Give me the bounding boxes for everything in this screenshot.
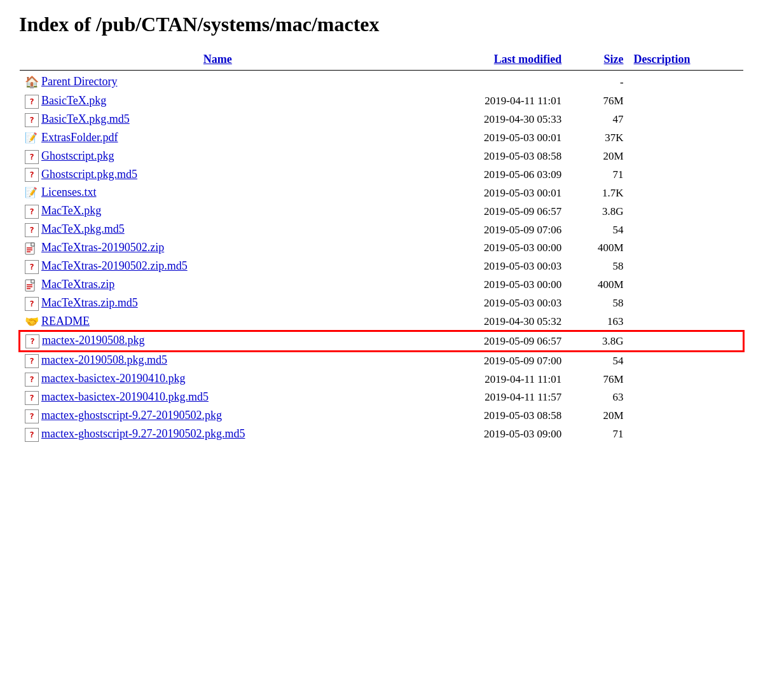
zip-file-icon xyxy=(25,242,39,256)
file-link[interactable]: MacTeX.pkg.md5 xyxy=(41,223,125,235)
text-file-icon: 📝 xyxy=(25,132,39,146)
svg-rect-8 xyxy=(31,280,34,283)
file-link[interactable]: Licenses.txt xyxy=(41,186,96,198)
page-title: Index of /pub/CTAN/systems/mac/mactex xyxy=(19,13,744,36)
unknown-file-icon: ? xyxy=(25,409,39,423)
zip-file-icon xyxy=(25,278,39,292)
file-desc-cell xyxy=(629,351,743,370)
file-size-cell: 54 xyxy=(567,351,628,370)
file-link[interactable]: mactex-20190508.pkg.md5 xyxy=(41,353,167,366)
file-link[interactable]: Parent Directory xyxy=(41,75,117,88)
file-link[interactable]: MacTeXtras.zip xyxy=(41,278,114,291)
file-size-cell: 58 xyxy=(567,294,628,313)
file-size-cell: 163 xyxy=(567,313,628,332)
file-link[interactable]: Ghostscript.pkg xyxy=(41,149,114,162)
file-desc-cell xyxy=(629,111,743,129)
file-size-cell: 20M xyxy=(567,407,628,425)
file-link[interactable]: README xyxy=(41,315,90,327)
table-row: ?MacTeX.pkg2019-05-09 06:573.8G xyxy=(20,202,743,221)
file-link[interactable]: ExtrasFolder.pdf xyxy=(41,131,118,144)
col-size-link[interactable]: Size xyxy=(604,53,624,65)
file-name-cell: ?MacTeX.pkg xyxy=(20,202,416,221)
file-modified-cell: 2019-05-03 00:00 xyxy=(416,276,567,294)
file-size-cell: 1.7K xyxy=(567,184,628,202)
file-name-cell: ?mactex-ghostscript-9.27-20190502.pkg xyxy=(20,407,416,425)
table-row: ?MacTeXtras-20190502.zip.md52019-05-03 0… xyxy=(20,257,743,276)
table-row: ?mactex-ghostscript-9.27-20190502.pkg.md… xyxy=(20,425,743,444)
file-name-cell: ?mactex-20190508.pkg xyxy=(20,331,416,351)
table-row: ?mactex-basictex-20190410.pkg2019-04-11 … xyxy=(20,370,743,388)
file-desc-cell xyxy=(629,425,743,444)
file-modified-cell: 2019-04-11 11:01 xyxy=(416,370,567,388)
folder-up-icon: 🏠 xyxy=(25,75,40,90)
file-link[interactable]: mactex-20190508.pkg xyxy=(42,334,144,347)
col-name-link[interactable]: Name xyxy=(203,53,232,65)
file-size-cell: 71 xyxy=(567,166,628,184)
file-name-cell: ?Ghostscript.pkg.md5 xyxy=(20,166,416,184)
file-link[interactable]: BasicTeX.pkg.md5 xyxy=(41,113,130,125)
file-link[interactable]: mactex-ghostscript-9.27-20190502.pkg xyxy=(41,409,222,422)
file-modified-cell: 2019-04-30 05:32 xyxy=(416,313,567,332)
col-desc-link[interactable]: Description xyxy=(634,53,691,65)
table-row: ?mactex-ghostscript-9.27-20190502.pkg201… xyxy=(20,407,743,425)
file-name-cell: ?MacTeXtras-20190502.zip.md5 xyxy=(20,257,416,276)
file-size-cell: 54 xyxy=(567,221,628,239)
file-desc-cell xyxy=(629,202,743,221)
table-row: ?MacTeXtras.zip.md52019-05-03 00:0358 xyxy=(20,294,743,313)
file-name-cell: ?MacTeX.pkg.md5 xyxy=(20,221,416,239)
file-name-cell: ?mactex-ghostscript-9.27-20190502.pkg.md… xyxy=(20,425,416,444)
file-listing-table: Name Last modified Size Description 🏠Par… xyxy=(19,49,744,444)
file-desc-cell xyxy=(629,92,743,111)
file-name-cell: ?BasicTeX.pkg.md5 xyxy=(20,111,416,129)
file-modified-cell: 2019-05-03 00:03 xyxy=(416,257,567,276)
file-size-cell: 76M xyxy=(567,370,628,388)
file-desc-cell xyxy=(629,370,743,388)
file-desc-cell xyxy=(629,166,743,184)
col-modified-link[interactable]: Last modified xyxy=(494,53,562,65)
file-size-cell: 3.8G xyxy=(567,202,628,221)
col-header-modified[interactable]: Last modified xyxy=(416,49,567,71)
unknown-file-icon: ? xyxy=(25,223,39,237)
file-link[interactable]: Ghostscript.pkg.md5 xyxy=(41,168,137,181)
file-name-cell: ?mactex-basictex-20190410.pkg.md5 xyxy=(20,388,416,407)
unknown-file-icon: ? xyxy=(25,113,39,127)
table-row: 🏠Parent Directory- xyxy=(20,73,743,92)
file-name-cell: ?Ghostscript.pkg xyxy=(20,148,416,166)
table-row: MacTeXtras.zip2019-05-03 00:00400M xyxy=(20,276,743,294)
file-link[interactable]: BasicTeX.pkg xyxy=(41,94,106,107)
unknown-file-icon: ? xyxy=(25,168,39,182)
file-modified-cell: 2019-05-03 00:03 xyxy=(416,294,567,313)
unknown-file-icon: ? xyxy=(25,95,39,109)
table-row: ?Ghostscript.pkg.md52019-05-06 03:0971 xyxy=(20,166,743,184)
file-link[interactable]: mactex-ghostscript-9.27-20190502.pkg.md5 xyxy=(41,427,245,440)
file-size-cell: 71 xyxy=(567,425,628,444)
col-header-description[interactable]: Description xyxy=(629,49,743,71)
file-link[interactable]: MacTeX.pkg xyxy=(41,204,101,217)
file-modified-cell: 2019-05-09 06:57 xyxy=(416,331,567,351)
table-row: 🤝README2019-04-30 05:32163 xyxy=(20,313,743,332)
file-link[interactable]: mactex-basictex-20190410.pkg xyxy=(41,372,185,385)
file-name-cell: MacTeXtras.zip xyxy=(20,276,416,294)
file-desc-cell xyxy=(629,129,743,148)
col-header-size[interactable]: Size xyxy=(567,49,628,71)
unknown-file-icon: ? xyxy=(25,428,39,442)
col-header-name[interactable]: Name xyxy=(20,49,416,71)
table-row: ?Ghostscript.pkg2019-05-03 08:5820M xyxy=(20,148,743,166)
file-desc-cell xyxy=(629,276,743,294)
file-link[interactable]: mactex-basictex-20190410.pkg.md5 xyxy=(41,390,209,403)
file-size-cell: 20M xyxy=(567,148,628,166)
file-modified-cell: 2019-04-30 05:33 xyxy=(416,111,567,129)
file-link[interactable]: MacTeXtras.zip.md5 xyxy=(41,296,138,309)
file-desc-cell xyxy=(629,73,743,92)
file-size-cell: 63 xyxy=(567,388,628,407)
file-name-cell: ?MacTeXtras.zip.md5 xyxy=(20,294,416,313)
text-file-icon: 📝 xyxy=(25,186,39,200)
file-name-cell: ?mactex-20190508.pkg.md5 xyxy=(20,351,416,370)
file-desc-cell xyxy=(629,239,743,257)
file-link[interactable]: MacTeXtras-20190502.zip.md5 xyxy=(41,259,188,272)
file-link[interactable]: MacTeXtras-20190502.zip xyxy=(41,241,164,254)
file-desc-cell xyxy=(629,148,743,166)
file-modified-cell: 2019-05-09 07:00 xyxy=(416,351,567,370)
unknown-file-icon: ? xyxy=(25,354,39,368)
file-desc-cell xyxy=(629,407,743,425)
